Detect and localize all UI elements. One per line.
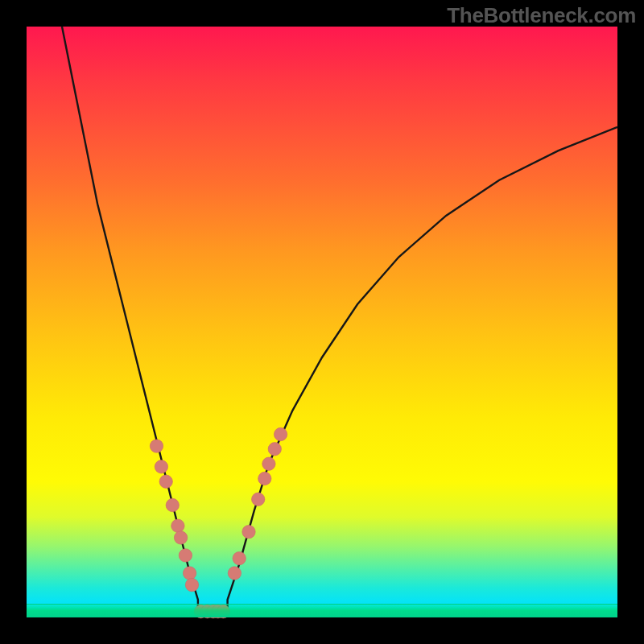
- data-dot: [185, 578, 198, 591]
- data-dot: [183, 567, 196, 580]
- data-dot: [174, 531, 187, 544]
- optimal-band: [27, 604, 617, 617]
- data-dot: [179, 549, 192, 562]
- data-dot: [242, 525, 255, 538]
- chart-frame: TheBottleneck.com: [0, 0, 644, 644]
- data-dot: [233, 551, 246, 564]
- watermark-label: TheBottleneck.com: [447, 3, 636, 28]
- data-dot: [166, 498, 179, 511]
- data-dot: [159, 475, 172, 488]
- data-dot: [171, 519, 184, 532]
- data-dot: [252, 493, 265, 506]
- data-dot: [268, 443, 281, 456]
- plot-area: [27, 27, 617, 617]
- data-dot: [155, 460, 167, 473]
- data-dot: [274, 427, 287, 440]
- data-dots: [27, 27, 617, 617]
- data-dot: [258, 472, 271, 485]
- data-dot: [150, 440, 163, 452]
- data-dot: [262, 457, 275, 470]
- data-dot: [228, 567, 241, 580]
